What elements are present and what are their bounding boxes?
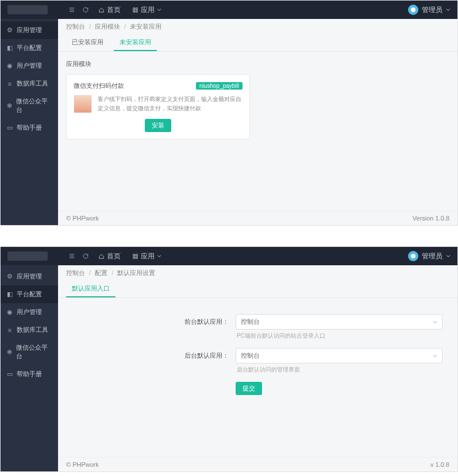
breadcrumb-item[interactable]: 控制台	[66, 269, 85, 276]
sidebar-item-label: 平台配置	[17, 44, 42, 52]
sidebar-item-platform[interactable]: ◧ 平台配置	[1, 39, 58, 57]
apps-dropdown[interactable]: 应用	[126, 5, 167, 15]
logo	[7, 251, 48, 261]
breadcrumb-item: 默认应用设置	[117, 269, 155, 276]
topbar-right: 管理员	[408, 251, 451, 261]
svg-rect-5	[136, 254, 137, 256]
svg-rect-6	[133, 257, 135, 258]
svg-rect-2	[133, 10, 135, 12]
sidebar-item-label: 用户管理	[17, 61, 42, 70]
chevron-down-icon	[433, 354, 437, 358]
front-app-select[interactable]: 控制台	[236, 314, 442, 330]
svg-rect-7	[136, 257, 137, 258]
app-card: 微信支付扫码付款 niushop_paybill 客户线下扫码，打开商家定义支付…	[66, 74, 250, 140]
breadcrumb: 控制台 / 应用模块 / 未安装应用	[58, 19, 457, 34]
refresh-icon[interactable]	[79, 3, 93, 17]
book-icon: ▭	[6, 124, 13, 131]
book-icon: ▭	[6, 370, 13, 378]
app-panel-2: 首页 应用 管理员 ⚙ 应用管理 ◧ 平台配	[0, 246, 458, 472]
submit-button[interactable]: 提交	[236, 382, 262, 395]
install-button[interactable]: 安装	[145, 119, 171, 132]
wechat-icon: ✻	[6, 102, 13, 110]
content: 前台默认应用： 控制台 PC端前台默认访问的站点登录入口 后台默认应用： 控制台	[58, 298, 457, 457]
avatar[interactable]	[408, 5, 418, 15]
section-title: 应用模块	[66, 60, 449, 68]
chevron-down-icon	[157, 254, 161, 258]
username: 管理员	[422, 251, 442, 261]
back-app-help: 后台默认访问的管理界面	[236, 366, 449, 374]
sidebar-item-label: 用户管理	[17, 308, 42, 316]
sidebar-item-wechat[interactable]: ✻ 微信公众平台	[1, 339, 58, 365]
sidebar-item-users[interactable]: ◉ 用户管理	[1, 57, 58, 75]
front-app-value: 控制台	[241, 318, 260, 326]
sidebar-item-database[interactable]: ≡ 数据库工具	[1, 321, 58, 339]
main-area: 控制台 / 应用模块 / 未安装应用 已安装应用 未安装应用 应用模块 微信支付…	[58, 19, 457, 225]
home-link[interactable]: 首页	[93, 251, 126, 261]
home-label: 首页	[107, 251, 121, 261]
app-panel-1: 首页 应用 管理员 ⚙ 应用管理 ◧	[0, 0, 458, 226]
sidebar-item-apps[interactable]: ⚙ 应用管理	[1, 21, 58, 39]
front-app-help: PC端前台默认访问的站点登录入口	[236, 332, 449, 340]
apps-dropdown[interactable]: 应用	[126, 251, 167, 261]
home-link[interactable]: 首页	[93, 5, 126, 15]
svg-rect-3	[136, 10, 137, 12]
apps-label: 应用	[141, 251, 155, 261]
username: 管理员	[422, 5, 442, 15]
back-app-value: 控制台	[241, 351, 260, 360]
tabs: 已安装应用 未安装应用	[58, 34, 457, 52]
tab-installed[interactable]: 已安装应用	[66, 34, 109, 51]
sidebar-item-label: 数据库工具	[17, 326, 48, 334]
breadcrumb-item[interactable]: 应用模块	[95, 23, 120, 30]
wechat-icon: ✻	[6, 349, 13, 356]
sidebar-item-apps[interactable]: ⚙ 应用管理	[1, 268, 58, 285]
card-description: 客户线下扫码，打开商家定义支付页面，输入金额对应自定义信息，提交微信支付，实现快…	[98, 95, 243, 113]
layers-icon: ◧	[6, 291, 13, 298]
sidebar-item-help[interactable]: ▭ 帮助手册	[1, 365, 58, 383]
breadcrumb-item: 未安装应用	[130, 23, 161, 30]
sidebar: ⚙ 应用管理 ◧ 平台配置 ◉ 用户管理 ≡ 数据库工具 ✻ 微信公众平台 ▭ …	[1, 265, 58, 471]
sidebar-toggle-icon[interactable]	[65, 3, 79, 17]
sidebar-item-users[interactable]: ◉ 用户管理	[1, 303, 58, 321]
home-icon	[98, 253, 105, 260]
card-thumbnail	[74, 95, 92, 113]
copyright: © PHPwork	[66, 461, 99, 468]
avatar[interactable]	[408, 251, 418, 261]
refresh-icon[interactable]	[79, 249, 93, 263]
sidebar-item-label: 微信公众平台	[16, 343, 52, 361]
sidebar-item-database[interactable]: ≡ 数据库工具	[1, 75, 58, 92]
home-icon	[98, 7, 105, 13]
back-app-select[interactable]: 控制台	[236, 348, 442, 363]
sidebar-item-help[interactable]: ▭ 帮助手册	[1, 119, 58, 137]
chevron-down-icon[interactable]	[446, 254, 451, 258]
database-icon: ≡	[6, 80, 13, 87]
chevron-down-icon	[433, 320, 437, 324]
sidebar-item-label: 帮助手册	[17, 123, 42, 132]
tab-uninstalled[interactable]: 未安装应用	[114, 34, 157, 51]
chevron-down-icon[interactable]	[446, 7, 451, 12]
sidebar-item-wechat[interactable]: ✻ 微信公众平台	[1, 92, 58, 119]
apps-icon	[132, 7, 138, 13]
front-app-label: 前台默认应用：	[66, 318, 236, 326]
card-badge: niushop_paybill	[196, 82, 243, 90]
sidebar-toggle-icon[interactable]	[65, 249, 79, 263]
apps-icon	[132, 253, 138, 260]
svg-rect-0	[133, 7, 135, 9]
gear-icon: ⚙	[6, 26, 13, 34]
svg-rect-1	[136, 7, 137, 9]
layers-icon: ◧	[6, 44, 13, 52]
sidebar-item-label: 帮助手册	[17, 370, 42, 378]
breadcrumb-item[interactable]: 配置	[95, 269, 107, 276]
settings-form: 前台默认应用： 控制台 PC端前台默认访问的站点登录入口 后台默认应用： 控制台	[66, 306, 449, 403]
footer: © PHPwork Version 1.0.8	[58, 211, 457, 225]
sidebar-item-label: 数据库工具	[17, 79, 48, 88]
sidebar-item-label: 微信公众平台	[16, 97, 52, 114]
sidebar-item-platform[interactable]: ◧ 平台配置	[1, 285, 58, 303]
apps-label: 应用	[141, 5, 155, 15]
svg-rect-4	[133, 254, 135, 256]
tab-default-entry[interactable]: 默认应用入口	[66, 281, 116, 297]
chevron-down-icon	[157, 7, 161, 12]
logo	[7, 5, 48, 14]
sidebar-item-label: 应用管理	[17, 26, 42, 34]
breadcrumb-item[interactable]: 控制台	[66, 23, 85, 30]
sidebar-item-label: 应用管理	[17, 272, 42, 281]
